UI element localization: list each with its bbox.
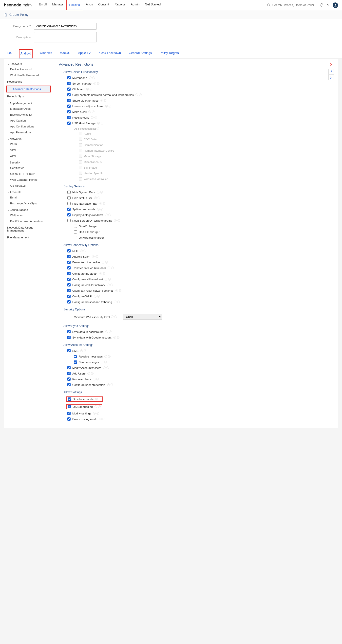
tab-ios[interactable]: iOS — [6, 49, 13, 58]
sidebar-item-os-updates[interactable]: OS Updates — [4, 183, 53, 188]
checkbox-screen-capture[interactable] — [67, 82, 71, 85]
close-icon[interactable]: ✕ — [330, 62, 333, 67]
nav-manage[interactable]: Manage — [49, 0, 66, 10]
checkbox-make-a-call[interactable] — [67, 110, 71, 114]
nav-enroll[interactable]: Enroll — [36, 0, 49, 10]
nav-policies[interactable]: Policies — [66, 0, 83, 10]
help-question[interactable]: ? — [329, 69, 333, 75]
sidebar-item-app-permissions[interactable]: App Permissions — [4, 130, 53, 135]
sidebar-item-certificates[interactable]: Certificates — [4, 165, 53, 171]
sidebar-item-file-management[interactable]: File Management — [4, 234, 53, 241]
sidebar-item-apn[interactable]: APN — [4, 153, 53, 159]
sidebar-item-blacklist-whitelist[interactable]: Blacklist/Whitelist — [4, 112, 53, 118]
nav-admin[interactable]: Admin — [128, 0, 142, 10]
sidebar-item-wallpaper[interactable]: Wallpaper — [4, 212, 53, 218]
sidebar-item-wi-fi[interactable]: Wi-Fi — [4, 141, 53, 147]
checkbox-split-screen-mode[interactable] — [67, 208, 71, 211]
checkbox-users-can-reset-network-settings[interactable] — [67, 289, 71, 292]
checkbox-clipboard[interactable] — [67, 88, 71, 91]
checkbox-beam-from-the-device[interactable] — [67, 260, 71, 264]
svg-point-70 — [111, 284, 113, 286]
checkbox-copy-contents-between-normal-and-work-profiles[interactable] — [67, 93, 71, 96]
tab-macos[interactable]: macOS — [59, 49, 71, 58]
checkbox-configure-user-credentials[interactable] — [67, 383, 71, 386]
checkbox-nfc[interactable] — [67, 249, 71, 252]
checkbox-transfer-data-via-bluetooth[interactable] — [67, 266, 71, 270]
search-box[interactable] — [267, 3, 316, 7]
checkbox-configure-bluetooth[interactable] — [67, 272, 71, 275]
sidebar-item-periodic-sync[interactable]: Periodic Sync — [4, 93, 53, 100]
sidebar-item-app-catalog[interactable]: App Catalog — [4, 118, 53, 124]
checkbox-display-dialogs-windows[interactable] — [67, 213, 71, 216]
checkbox-android-beam[interactable] — [67, 255, 71, 258]
checkbox-hide-navigation-bar[interactable] — [67, 202, 71, 205]
checkbox-modify-settings[interactable] — [67, 412, 71, 415]
checkbox-developer-mode[interactable] — [68, 398, 71, 401]
sidebar-group-security[interactable]: Security — [4, 159, 53, 165]
sidebar-group-configurations[interactable]: Configurations — [4, 206, 53, 212]
checkbox-sms[interactable] — [67, 349, 71, 352]
sidebar-group-accounts[interactable]: Accounts — [4, 188, 53, 194]
nav-content[interactable]: Content — [96, 0, 112, 10]
checkbox-configure-cell-broadcast[interactable] — [67, 278, 71, 281]
checkbox-remove-users[interactable] — [67, 378, 71, 381]
checkbox-on-wireless-charger[interactable] — [74, 236, 77, 239]
description-input[interactable] — [34, 32, 97, 42]
sidebar-group-password[interactable]: Password — [4, 60, 53, 66]
sidebar-item-device-password[interactable]: Device Password — [4, 66, 53, 72]
checkbox-configure-cellular-network[interactable] — [67, 283, 71, 286]
nav-reports[interactable]: Reports — [112, 0, 128, 10]
help-icon[interactable]: ? — [327, 3, 329, 7]
nav-apps[interactable]: Apps — [83, 0, 96, 10]
sidebar-item-vpn[interactable]: VPN — [4, 147, 53, 153]
page-header: Create Policy — [0, 10, 342, 19]
checkbox-on-ac-charger[interactable] — [74, 224, 77, 228]
bell-icon[interactable] — [320, 3, 324, 7]
sidebar-item-email[interactable]: Email — [4, 194, 53, 200]
tab-general-settings[interactable]: General Settings — [128, 49, 153, 58]
sidebar-item-restrictions[interactable]: Restrictions — [4, 78, 53, 85]
policy-name-input[interactable] — [34, 23, 97, 30]
nav-get-started[interactable]: Get Started — [142, 0, 163, 10]
search-input[interactable] — [272, 4, 314, 7]
sidebar-item-boot-shutdown-animation[interactable]: Boot/Shutdown Animation — [4, 218, 53, 224]
checkbox-usb-debugging[interactable] — [68, 405, 71, 408]
tab-kiosk-lockdown[interactable]: Kiosk Lockdown — [98, 49, 122, 58]
avatar[interactable] — [333, 2, 338, 8]
checkbox-microphone[interactable] — [67, 76, 71, 80]
checkbox-configure-hotspot-and-tethering[interactable] — [67, 300, 71, 304]
sidebar-item-global-http-proxy[interactable]: Global HTTP Proxy — [4, 171, 53, 177]
sidebar-item-web-content-filtering[interactable]: Web Content Filtering — [4, 177, 53, 183]
checkbox-hide-system-bars[interactable] — [67, 190, 71, 194]
checkbox-send-messages[interactable] — [74, 360, 77, 364]
sidebar-item-work-profile-password[interactable]: Work Profile Password — [4, 72, 53, 78]
checkbox-power-saving-mode[interactable] — [67, 418, 71, 420]
sidebar-item-exchange-activesync[interactable]: Exchange ActiveSync — [4, 200, 53, 206]
checkbox-sync-data-in-background[interactable] — [67, 330, 71, 333]
checkbox-hide-status-bar[interactable] — [67, 196, 71, 200]
checkbox-sync-data-with-google-account[interactable] — [67, 336, 71, 339]
tab-policy-targets[interactable]: Policy Targets — [159, 49, 180, 58]
tab-android[interactable]: Android — [19, 49, 33, 58]
sidebar-item-mandatory-apps[interactable]: Mandatory Apps — [4, 106, 53, 112]
checkbox-share-via-other-apps[interactable] — [67, 99, 71, 102]
help-play[interactable]: ▷ — [329, 75, 333, 80]
checkbox-configure-wi-fi[interactable] — [67, 295, 71, 298]
sidebar: PasswordDevice PasswordWork Profile Pass… — [4, 59, 53, 428]
checkbox-add-users[interactable] — [67, 372, 71, 375]
sidebar-group-networks[interactable]: Networks — [4, 135, 53, 141]
sidebar-item-app-configurations[interactable]: App Configurations — [4, 124, 53, 130]
checkbox-receive-messages[interactable] — [74, 355, 77, 358]
sidebar-item-network-data-usage-management[interactable]: Network Data Usage Management — [4, 224, 53, 234]
wifi-security-select[interactable]: Open — [123, 314, 162, 320]
sidebar-item-advanced-restrictions[interactable]: Advanced Restrictions — [7, 86, 50, 92]
checkbox-users-can-adjust-volume[interactable] — [67, 104, 71, 108]
checkbox-modify-accounts-users[interactable] — [67, 366, 71, 369]
checkbox-usb-host-storage[interactable] — [67, 122, 71, 125]
sidebar-group-app-management[interactable]: App Management — [4, 100, 53, 106]
checkbox-on-usb-charger[interactable] — [74, 230, 77, 234]
checkbox-receive-calls[interactable] — [67, 116, 71, 119]
checkbox-keep-screen-on-while-charging[interactable] — [67, 219, 71, 222]
tab-apple-tv[interactable]: Apple TV — [77, 49, 92, 58]
tab-windows[interactable]: Windows — [39, 49, 53, 58]
